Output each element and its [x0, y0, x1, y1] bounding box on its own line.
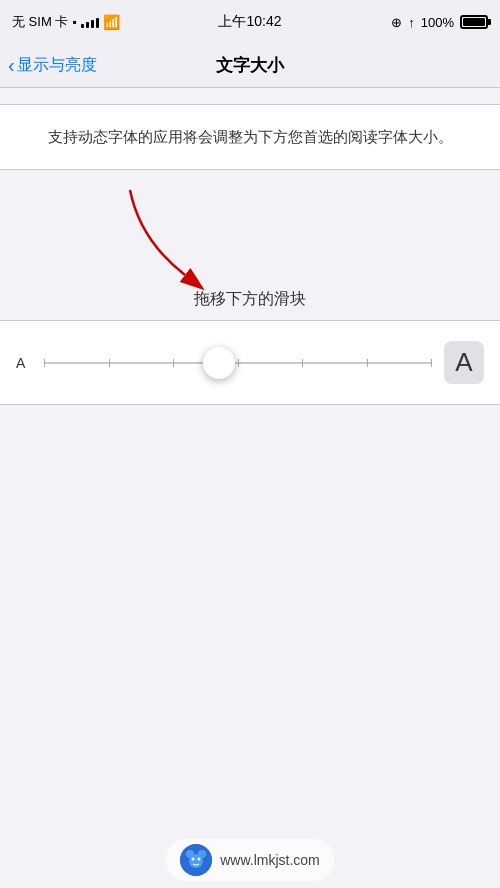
slider-section: A A	[0, 320, 500, 405]
main-content: 支持动态字体的应用将会调整为下方您首选的阅读字体大小。 拖移下方的滑块 A	[0, 104, 500, 405]
arrow-icon: ↑	[408, 15, 415, 30]
battery-fill	[463, 18, 485, 26]
tick-4	[238, 359, 239, 367]
red-arrow-annotation	[100, 180, 240, 300]
svg-point-5	[192, 858, 195, 861]
battery	[460, 15, 488, 29]
status-bar: 无 SIM 卡 ▪ 📶 上午10:42 ⊕ ↑ 100%	[0, 0, 500, 44]
page-title: 文字大小	[216, 54, 284, 77]
instruction-area: 拖移下方的滑块	[0, 170, 500, 320]
battery-percent: 100%	[421, 15, 454, 30]
tick-3	[173, 359, 174, 367]
carrier-text: 无 SIM 卡	[12, 13, 68, 31]
nav-bar: ‹ 显示与亮度 文字大小	[0, 44, 500, 88]
sim-icon: ▪	[72, 15, 76, 29]
tick-1	[44, 359, 45, 367]
svg-point-4	[189, 854, 203, 868]
tick-7	[431, 359, 432, 367]
back-chevron-icon: ‹	[8, 54, 15, 77]
location-icon: ⊕	[391, 15, 402, 30]
description-card: 支持动态字体的应用将会调整为下方您首选的阅读字体大小。	[0, 104, 500, 170]
tick-5	[302, 359, 303, 367]
status-right: ⊕ ↑ 100%	[391, 15, 488, 30]
logo-svg	[180, 844, 212, 876]
slider-track-container[interactable]	[44, 348, 432, 378]
slider-label-small: A	[16, 355, 32, 371]
tick-6	[367, 359, 368, 367]
slider-thumb[interactable]	[203, 347, 235, 379]
signal-bar-1	[81, 24, 84, 28]
signal-bars	[81, 16, 99, 28]
status-left: 无 SIM 卡 ▪ 📶	[12, 13, 120, 31]
nav-back-button[interactable]: ‹ 显示与亮度	[0, 54, 97, 77]
signal-bar-2	[86, 22, 89, 28]
signal-bar-4	[96, 18, 99, 28]
battery-container	[460, 15, 488, 29]
slider-label-large: A	[444, 341, 484, 384]
description-text: 支持动态字体的应用将会调整为下方您首选的阅读字体大小。	[16, 125, 484, 149]
slider-track	[44, 362, 432, 364]
tick-2	[109, 359, 110, 367]
watermark-logo	[180, 844, 212, 876]
watermark-area: www.lmkjst.com	[0, 832, 500, 888]
watermark-badge: www.lmkjst.com	[166, 839, 334, 881]
back-label: 显示与亮度	[17, 55, 97, 76]
signal-bar-3	[91, 20, 94, 28]
wifi-icon: 📶	[103, 14, 120, 30]
status-time: 上午10:42	[218, 13, 281, 31]
svg-point-6	[198, 858, 201, 861]
watermark-url: www.lmkjst.com	[220, 852, 320, 868]
